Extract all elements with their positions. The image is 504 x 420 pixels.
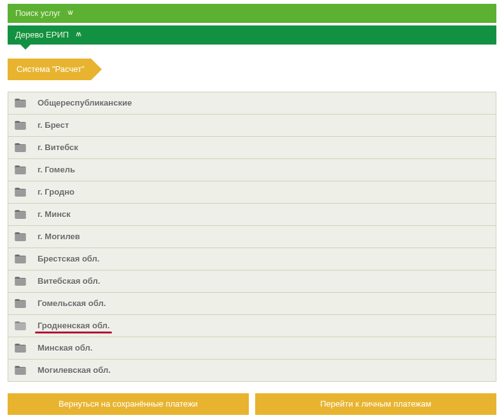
folder-icon — [15, 210, 26, 219]
folder-row[interactable]: Гомельская обл. — [8, 292, 496, 314]
folder-icon — [15, 321, 26, 330]
folder-row[interactable]: Могилевская обл. — [8, 359, 496, 381]
breadcrumb-current-label: Система "Расчет" — [17, 64, 85, 74]
folder-icon — [15, 255, 26, 263]
folder-label: Брестская обл. — [38, 254, 99, 264]
folder-label: г. Гродно — [38, 187, 74, 197]
folder-row[interactable]: Брестская обл. — [8, 248, 496, 270]
folder-row[interactable]: Общереспубликанские — [8, 92, 496, 114]
folder-label: Могилевская обл. — [38, 365, 111, 375]
folder-row[interactable]: Гродненская обл. — [8, 314, 496, 337]
folder-row[interactable]: Минская обл. — [8, 337, 496, 359]
folder-icon — [15, 143, 26, 152]
folder-icon — [15, 299, 26, 308]
folder-icon — [15, 366, 26, 375]
folder-icon — [15, 232, 26, 241]
folder-row[interactable]: г. Гомель — [8, 158, 496, 181]
active-pointer-icon — [20, 45, 31, 50]
folder-icon — [15, 188, 26, 197]
folder-icon — [15, 121, 26, 130]
header-tree-label: Дерево ЕРИП — [15, 30, 69, 39]
folder-row[interactable]: г. Гродно — [8, 181, 496, 203]
search-services-bar[interactable]: Поиск услуг ∨∨ — [8, 4, 496, 23]
folder-label: г. Минск — [38, 209, 71, 220]
folder-label: г. Могилев — [38, 232, 80, 242]
folder-row[interactable]: г. Могилев — [8, 225, 496, 248]
folder-row[interactable]: Витебская обл. — [8, 270, 496, 292]
folder-label: Гомельская обл. — [38, 298, 106, 309]
folder-row[interactable]: г. Витебск — [8, 136, 496, 158]
breadcrumb-item[interactable]: Система "Расчет" — [8, 59, 91, 80]
breadcrumb: Система "Расчет" — [8, 59, 496, 80]
folder-icon — [15, 277, 26, 286]
folder-icon — [15, 99, 26, 108]
chevron-down-icon: ∨∨ — [67, 8, 71, 16]
folder-grid: Общереспубликанские г. Брест г. Витебск … — [8, 92, 496, 382]
folder-icon — [15, 165, 26, 174]
folder-label: Гродненская обл. — [38, 321, 109, 331]
folder-label: г. Гомель — [38, 165, 75, 175]
folder-row[interactable]: г. Брест — [8, 114, 496, 136]
personal-button-label: Перейти к личным платежам — [320, 399, 431, 409]
folder-label: г. Витебск — [38, 143, 78, 153]
header-search-label: Поиск услуг — [15, 8, 60, 18]
folder-label: Минская обл. — [38, 343, 92, 353]
folder-label: г. Брест — [38, 120, 69, 130]
folder-row[interactable]: г. Минск — [8, 203, 496, 225]
back-button[interactable]: Вернуться на сохранённые платежи — [8, 393, 249, 415]
folder-icon — [15, 344, 26, 353]
personal-payments-button[interactable]: Перейти к личным платежам — [255, 393, 496, 415]
folder-label: Общереспубликанские — [38, 98, 132, 108]
folder-label: Витебская обл. — [38, 276, 100, 286]
chevron-up-icon: ∧∧ — [75, 30, 79, 38]
back-button-label: Вернуться на сохранённые платежи — [59, 399, 198, 409]
erip-tree-bar[interactable]: Дерево ЕРИП ∧∧ — [8, 25, 496, 45]
